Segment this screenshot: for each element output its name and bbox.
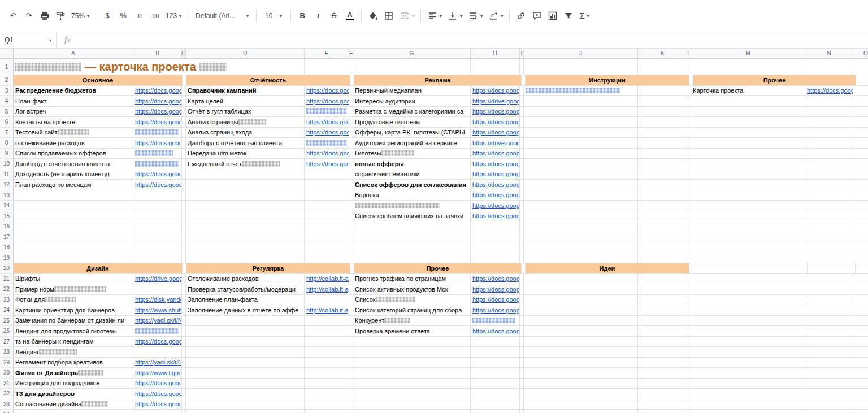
cell-C32[interactable] xyxy=(182,389,186,399)
column-header-A[interactable]: A xyxy=(14,49,133,59)
cell-link[interactable]: https://docs.goog xyxy=(472,119,520,125)
cell-link[interactable]: https://docs.goog xyxy=(472,275,520,282)
cell-F7[interactable] xyxy=(349,128,353,138)
cell-O16[interactable] xyxy=(853,221,868,232)
cell-D19[interactable] xyxy=(186,253,305,264)
cell-E16[interactable] xyxy=(305,221,349,232)
cell-link[interactable]: https://docs.goog xyxy=(472,296,520,303)
cell-N26[interactable] xyxy=(805,326,853,337)
cell-D6[interactable]: Анализ страницы xyxy=(186,117,305,128)
cell-D30[interactable] xyxy=(186,368,305,379)
text-wrap-button[interactable]: ▾ xyxy=(466,8,485,24)
cell-I4[interactable] xyxy=(520,96,524,107)
row-header-18[interactable]: 18 xyxy=(0,242,14,253)
cell-C2[interactable] xyxy=(183,75,186,86)
cell-O17[interactable] xyxy=(853,232,868,243)
row-header-28[interactable]: 28 xyxy=(0,347,14,358)
cell-H26[interactable]: https://docs.goog xyxy=(471,326,520,337)
cell-K1[interactable] xyxy=(638,59,687,75)
cell-A31[interactable]: Инструкция для подрядчиков xyxy=(14,379,133,389)
cell-C14[interactable] xyxy=(182,201,186,211)
cell-O26[interactable] xyxy=(853,326,868,337)
cell-C6[interactable] xyxy=(182,117,186,128)
text-rotation-button[interactable]: ▾ xyxy=(486,8,505,24)
cell-K30[interactable] xyxy=(638,368,687,379)
cell-F2[interactable] xyxy=(350,75,354,86)
cell-O5[interactable] xyxy=(853,107,868,118)
cell-link[interactable]: https://yadi.sk/i/N xyxy=(135,317,182,324)
cell-G8[interactable]: Аудитория регистраций на сервисе xyxy=(353,138,471,149)
cell-O27[interactable] xyxy=(853,337,868,347)
row-header-9[interactable]: 9 xyxy=(0,149,14,159)
cell-link[interactable]: https://docs.goog xyxy=(306,129,349,136)
cell-D34[interactable] xyxy=(186,410,305,413)
cell-H9[interactable]: https://docs.goog xyxy=(471,149,520,159)
cell-L23[interactable] xyxy=(687,295,691,306)
cell-link[interactable]: https://docs.goog xyxy=(306,87,349,94)
cell-B6[interactable]: https://docs.goog xyxy=(133,117,182,128)
cell-B7[interactable] xyxy=(133,128,182,138)
row-header-16[interactable]: 16 xyxy=(0,221,14,232)
cell-G31[interactable] xyxy=(353,379,471,389)
cell-I34[interactable] xyxy=(520,410,524,413)
cell-N34[interactable] xyxy=(805,410,853,413)
cell-H21[interactable]: https://docs.goog xyxy=(471,274,520,285)
cell-N27[interactable] xyxy=(805,337,853,347)
cell-link[interactable]: https://docs.goog xyxy=(135,390,182,397)
cell-F17[interactable] xyxy=(349,232,353,243)
cell-K11[interactable] xyxy=(638,169,687,180)
cell-F9[interactable] xyxy=(349,149,353,159)
cell-F10[interactable] xyxy=(349,159,353,169)
cell-D13[interactable] xyxy=(186,190,305,201)
cell-H7[interactable]: https://docs.goog xyxy=(471,128,520,138)
cell-L4[interactable] xyxy=(687,96,691,107)
cell-H32[interactable] xyxy=(471,389,520,399)
cell-M14[interactable] xyxy=(691,201,805,211)
cell-C9[interactable] xyxy=(182,149,186,159)
row-header-34[interactable]: 34 xyxy=(0,410,14,413)
cell-F12[interactable] xyxy=(349,180,353,190)
cell-L20[interactable] xyxy=(689,263,693,274)
cell-K32[interactable] xyxy=(638,389,687,399)
cell-O15[interactable] xyxy=(853,211,868,222)
cell-K12[interactable] xyxy=(638,180,687,190)
cell-H18[interactable] xyxy=(471,242,520,253)
cell-E8[interactable] xyxy=(305,138,349,149)
cell-D24[interactable]: Заполнение данных в отчёте по эффе xyxy=(186,305,305,316)
cell-K34[interactable] xyxy=(638,410,687,413)
cell-M2[interactable]: Прочее xyxy=(693,75,856,86)
cell-N9[interactable] xyxy=(805,149,853,159)
cell-F15[interactable] xyxy=(349,211,353,222)
cell-L25[interactable] xyxy=(687,316,691,327)
cell-K10[interactable] xyxy=(638,159,687,169)
cell-E25[interactable] xyxy=(305,316,349,327)
cell-N19[interactable] xyxy=(805,253,853,264)
cell-O21[interactable] xyxy=(853,274,868,285)
column-header-M[interactable]: M xyxy=(691,49,805,59)
row-header-33[interactable]: 33 xyxy=(0,399,14,410)
cell-O9[interactable] xyxy=(853,149,868,159)
cell-L2[interactable] xyxy=(689,75,693,86)
cell-C18[interactable] xyxy=(182,242,186,253)
cell-L19[interactable] xyxy=(687,253,691,264)
cell-A7[interactable]: Тестовый сайт xyxy=(14,128,133,138)
column-header-L[interactable]: L xyxy=(687,49,691,59)
cell-I32[interactable] xyxy=(520,389,524,399)
cell-C12[interactable] xyxy=(182,180,186,190)
cell-G32[interactable] xyxy=(353,389,471,399)
cell-L22[interactable] xyxy=(687,284,691,295)
cell-C8[interactable] xyxy=(182,138,186,149)
cell-B19[interactable] xyxy=(133,253,182,264)
cell-F26[interactable] xyxy=(349,326,353,337)
chevron-down-icon[interactable]: ▾ xyxy=(49,38,51,43)
cell-link[interactable]: https://docs.goog xyxy=(472,129,520,136)
sheet-title[interactable]: — карточка проекта xyxy=(15,59,232,75)
cell-J17[interactable] xyxy=(524,232,638,243)
row-header-30[interactable]: 30 xyxy=(0,368,14,379)
cell-M17[interactable] xyxy=(691,232,805,243)
row-header-17[interactable]: 17 xyxy=(0,232,14,243)
paint-format-button[interactable] xyxy=(53,8,68,24)
cell-C17[interactable] xyxy=(182,232,186,243)
cell-A23[interactable]: Фотки для xyxy=(14,295,133,306)
cell-H14[interactable]: https://docs.goog xyxy=(471,201,520,211)
